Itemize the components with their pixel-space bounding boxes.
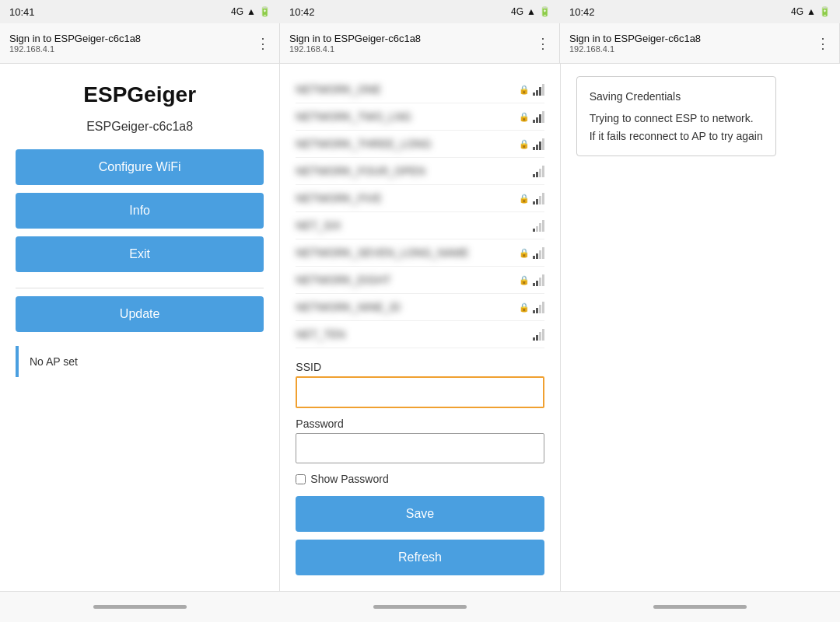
refresh-button[interactable]: Refresh xyxy=(296,540,544,575)
time-2: 10:42 xyxy=(289,6,315,18)
wifi-icons: 🔒 xyxy=(519,110,544,123)
signal-bars xyxy=(533,110,544,123)
status-segment-3: 10:42 4G ▲ 🔋 xyxy=(560,0,840,23)
status-icons-3: 4G ▲ 🔋 xyxy=(791,6,831,17)
wifi-icons xyxy=(533,165,544,177)
signal-bars xyxy=(533,138,544,150)
lock-icon: 🔒 xyxy=(519,85,530,95)
credentials-line2: If it fails reconnect to AP to try again xyxy=(590,128,763,145)
signal-icon-2: ▲ xyxy=(527,6,536,17)
signal-text-3: 4G xyxy=(791,6,803,17)
lock-icon: 🔒 xyxy=(519,112,530,122)
wifi-item[interactable]: NETWORK_ONE🔒 xyxy=(296,76,544,103)
browser-tab-3-url: 192.168.4.1 xyxy=(569,44,701,54)
lock-icon: 🔒 xyxy=(519,194,530,204)
status-bar: 10:41 4G ▲ 🔋 10:42 4G ▲ 🔋 10:42 4G ▲ 🔋 xyxy=(0,0,840,23)
wifi-item[interactable]: NETWORK_NINE_ID🔒 xyxy=(296,294,544,321)
ssid-group: SSID xyxy=(296,361,544,408)
tab-3-menu-icon[interactable]: ⋮ xyxy=(816,35,830,52)
wifi-item[interactable]: NETWORK_FOUR_OPEN xyxy=(296,158,544,185)
browser-chrome: Sign in to ESPGeiger-c6c1a8 192.168.4.1 … xyxy=(0,23,840,64)
status-icons-1: 4G ▲ 🔋 xyxy=(231,6,271,17)
credentials-line1: Trying to connect ESP to network. xyxy=(590,110,763,127)
show-password-row: Show Password xyxy=(296,473,544,485)
wifi-icons: 🔒 xyxy=(519,138,544,150)
wifi-name: NETWORK_NINE_ID xyxy=(296,301,401,313)
show-password-label[interactable]: Show Password xyxy=(310,473,388,485)
password-label: Password xyxy=(296,418,544,430)
browser-tab-3[interactable]: Sign in to ESPGeiger-c6c1a8 192.168.4.1 … xyxy=(560,23,840,63)
main-panels: ESPGeiger ESPGeiger-c6c1a8 Configure WiF… xyxy=(0,64,840,591)
ssid-input[interactable] xyxy=(296,376,544,408)
tab-2-menu-icon[interactable]: ⋮ xyxy=(536,35,550,52)
browser-tab-2-info: Sign in to ESPGeiger-c6c1a8 192.168.4.1 xyxy=(289,33,421,54)
configure-wifi-button[interactable]: Configure WiFi xyxy=(16,149,264,185)
time-1: 10:41 xyxy=(9,6,35,18)
lock-icon: 🔒 xyxy=(519,139,530,149)
ssid-label: SSID xyxy=(296,361,544,373)
save-button[interactable]: Save xyxy=(296,496,544,532)
browser-tab-3-info: Sign in to ESPGeiger-c6c1a8 192.168.4.1 xyxy=(569,33,701,54)
status-segment-2: 10:42 4G ▲ 🔋 xyxy=(280,0,560,23)
browser-tab-1[interactable]: Sign in to ESPGeiger-c6c1a8 192.168.4.1 … xyxy=(0,23,280,63)
wifi-icons: 🔒 xyxy=(519,274,544,286)
credentials-title: Saving Credentials xyxy=(590,88,763,105)
signal-text-2: 4G xyxy=(511,6,523,17)
battery-icon-2: 🔋 xyxy=(539,6,551,17)
wifi-name: NETWORK_TWO_LNG xyxy=(296,110,411,123)
browser-tab-2-title: Sign in to ESPGeiger-c6c1a8 xyxy=(289,33,421,44)
nav-pill-3 xyxy=(653,605,747,609)
wifi-icons: 🔒 xyxy=(519,246,544,259)
signal-bars xyxy=(533,301,544,313)
wifi-item[interactable]: NETWORK_TWO_LNG🔒 xyxy=(296,103,544,131)
signal-bars xyxy=(533,165,544,177)
wifi-name: NETWORK_FOUR_OPEN xyxy=(296,165,425,177)
wifi-item[interactable]: NETWORK_FIVE🔒 xyxy=(296,185,544,212)
info-button[interactable]: Info xyxy=(16,193,264,229)
wifi-name: NETWORK_ONE xyxy=(296,83,381,96)
signal-bars xyxy=(533,328,544,341)
battery-icon-3: 🔋 xyxy=(819,6,831,17)
no-ap-box-1: No AP set xyxy=(16,346,264,377)
browser-tab-1-info: Sign in to ESPGeiger-c6c1a8 192.168.4.1 xyxy=(9,33,141,54)
bottom-nav xyxy=(0,591,840,622)
device-name: ESPGeiger-c6c1a8 xyxy=(86,120,193,134)
wifi-name: NET_SIX xyxy=(296,219,341,232)
wifi-icons xyxy=(533,328,544,341)
signal-bars xyxy=(533,219,544,232)
no-ap-text-1: No AP set xyxy=(30,355,78,368)
app-title: ESPGeiger xyxy=(83,82,196,107)
browser-tab-1-url: 192.168.4.1 xyxy=(9,44,141,54)
signal-bars xyxy=(533,246,544,259)
nav-pill-1 xyxy=(93,605,187,609)
lock-icon: 🔒 xyxy=(519,275,530,285)
signal-text-1: 4G xyxy=(231,6,243,17)
status-segment-1: 10:41 4G ▲ 🔋 xyxy=(0,0,280,23)
wifi-item[interactable]: NETWORK_THREE_LONG🔒 xyxy=(296,131,544,158)
wifi-name: NETWORK_SEVEN_LONG_NAME xyxy=(296,246,469,259)
wifi-item[interactable]: NET_SIX xyxy=(296,212,544,239)
browser-tab-2[interactable]: Sign in to ESPGeiger-c6c1a8 192.168.4.1 … xyxy=(280,23,560,63)
divider-1 xyxy=(16,288,264,288)
lock-icon: 🔒 xyxy=(519,248,530,258)
exit-button[interactable]: Exit xyxy=(16,236,264,272)
battery-icon-1: 🔋 xyxy=(259,6,271,17)
wifi-list: NETWORK_ONE🔒NETWORK_TWO_LNG🔒NETWORK_THRE… xyxy=(296,76,544,348)
tab-1-menu-icon[interactable]: ⋮ xyxy=(256,35,270,52)
wifi-item[interactable]: NETWORK_SEVEN_LONG_NAME🔒 xyxy=(296,239,544,267)
lock-icon: 🔒 xyxy=(519,302,530,313)
signal-bars xyxy=(533,83,544,96)
wifi-item[interactable]: NETWORK_EIGHT🔒 xyxy=(296,267,544,294)
status-icons-2: 4G ▲ 🔋 xyxy=(511,6,551,17)
browser-tab-3-title: Sign in to ESPGeiger-c6c1a8 xyxy=(569,33,701,44)
password-input[interactable] xyxy=(296,433,544,463)
show-password-checkbox[interactable] xyxy=(296,474,306,484)
update-button[interactable]: Update xyxy=(16,296,264,332)
browser-tab-2-url: 192.168.4.1 xyxy=(289,44,421,54)
wifi-icons xyxy=(533,219,544,232)
panel-main-menu: ESPGeiger ESPGeiger-c6c1a8 Configure WiF… xyxy=(0,64,280,591)
wifi-item[interactable]: NET_TEN xyxy=(296,321,544,348)
wifi-name: NET_TEN xyxy=(296,328,345,341)
signal-icon-3: ▲ xyxy=(807,6,816,17)
wifi-name: NETWORK_FIVE xyxy=(296,192,381,204)
